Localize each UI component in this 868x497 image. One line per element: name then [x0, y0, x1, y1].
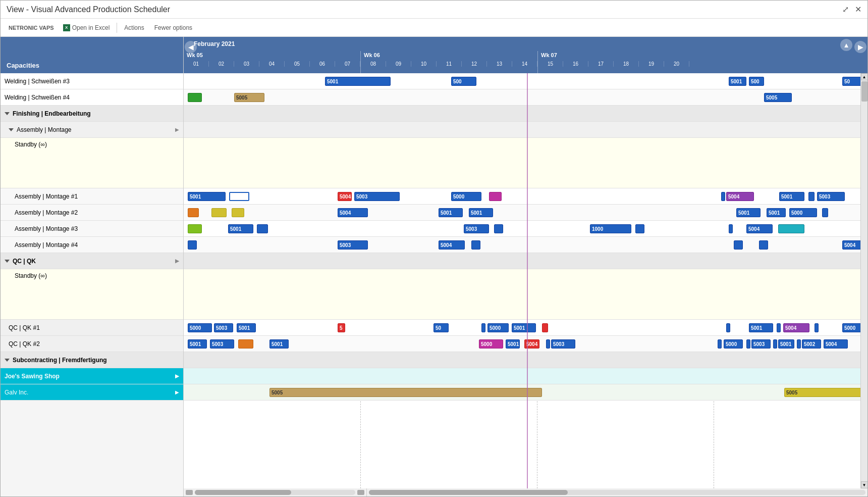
task-a4-blue-sm2[interactable] [471, 240, 480, 250]
bottom-scroll-thumb-left[interactable] [195, 490, 291, 495]
resource-row-joes[interactable]: Joe's Sawing Shop ▶ [1, 368, 183, 384]
task-galv-5005a[interactable]: 5005 [269, 388, 542, 397]
task-qc1-5004pur[interactable]: 5004 [783, 323, 809, 332]
task-a1-5003b[interactable]: 5003 [817, 192, 845, 201]
task-qc2-5001c[interactable]: 5001 [506, 339, 520, 349]
task-a4-dot[interactable] [734, 240, 743, 250]
resource-row-qc2[interactable]: QC | QK #2 [1, 336, 183, 352]
task-qc2-5003c[interactable]: 5003 [751, 339, 771, 349]
resource-row-assembly3[interactable]: Assembly | Montage #3 [1, 221, 183, 237]
task-a3-lime[interactable] [188, 224, 202, 233]
resource-row-assembly1[interactable]: Assembly | Montage #1 [1, 188, 183, 205]
task-a1-magenta[interactable] [489, 192, 502, 201]
task-qc1-dot2[interactable] [726, 323, 730, 332]
resource-row-assembly[interactable]: Assembly | Montage ▶ [1, 122, 183, 138]
task-qc1-red[interactable]: 5 [338, 323, 345, 332]
task-a2-5001d[interactable]: 5001 [767, 208, 786, 217]
task-qc2-5002[interactable]: 5002 [802, 339, 821, 349]
task-w3-5001b[interactable]: 5001 [729, 77, 746, 86]
task-a2-5001b[interactable]: 5001 [469, 208, 493, 217]
restore-icon[interactable]: ⤢ [842, 5, 849, 14]
resource-row-qc1[interactable]: QC | QK #1 [1, 320, 183, 336]
task-a3-1000[interactable]: 1000 [590, 224, 631, 233]
task-qc2-5004red[interactable]: 5004 [524, 339, 539, 349]
task-a2-yellow2[interactable] [232, 208, 244, 217]
task-qc1-5000[interactable]: 5000 [188, 323, 212, 332]
task-a1-white[interactable] [229, 192, 249, 201]
task-a1-blue-sm2[interactable] [808, 192, 815, 201]
scroll-thumb[interactable] [861, 81, 867, 102]
task-qc2-5000b[interactable]: 5000 [724, 339, 743, 349]
task-qc1-dot3[interactable] [777, 323, 781, 332]
task-qc1-5001a[interactable]: 5001 [237, 323, 256, 332]
task-a1-5004pur[interactable]: 5004 [726, 192, 754, 201]
bottom-scroll-thumb-right[interactable] [369, 490, 568, 495]
task-qc2-5004b[interactable]: 5004 [824, 339, 848, 349]
task-a1-5001b[interactable]: 5001 [779, 192, 804, 201]
task-w4-green[interactable] [188, 93, 202, 102]
task-qc2-orange[interactable] [238, 339, 253, 349]
task-qc1-dot4[interactable] [815, 323, 819, 332]
fewer-options-button[interactable]: Fewer options [149, 22, 197, 33]
task-qc2-5000mag[interactable]: 5000 [479, 339, 503, 349]
task-qc1-5001c[interactable]: 5001 [749, 323, 773, 332]
task-a1-5001[interactable]: 5001 [188, 192, 226, 201]
task-a3-5004[interactable]: 5004 [746, 224, 773, 233]
task-qc1-dot[interactable] [481, 323, 485, 332]
task-qc2-dot3[interactable] [746, 339, 750, 349]
task-a2-yellow1[interactable] [211, 208, 227, 217]
scroll-up-button[interactable]: ▲ [861, 73, 868, 80]
actions-button[interactable]: Actions [119, 22, 149, 33]
resource-row-galv[interactable]: Galv Inc. ▶ [1, 384, 183, 401]
task-qc1-5000c[interactable]: 5000 [842, 323, 860, 332]
resource-row-assembly2[interactable]: Assembly | Montage #2 [1, 205, 183, 221]
task-a3-blue-sm[interactable] [257, 224, 268, 233]
task-qc1-5001b[interactable]: 5001 [512, 323, 536, 332]
task-qc2-dot4[interactable] [773, 339, 777, 349]
task-a2-dot[interactable] [822, 208, 828, 217]
task-a4-5004[interactable]: 5004 [439, 240, 465, 250]
task-qc2-5001a[interactable]: 5001 [188, 339, 207, 349]
task-qc1-red2[interactable] [542, 323, 548, 332]
resource-row-assembly4[interactable]: Assembly | Montage #4 [1, 237, 183, 253]
task-w4-5005a[interactable]: 5005 [234, 93, 264, 102]
task-a4-dot2[interactable] [759, 240, 768, 250]
task-a1-5003[interactable]: 5003 [354, 192, 400, 201]
task-qc1-5000b[interactable]: 5000 [487, 323, 509, 332]
task-a2-5004[interactable]: 5004 [338, 208, 368, 217]
task-a3-5003[interactable]: 5003 [464, 224, 489, 233]
open-excel-button[interactable]: X Open in Excel [58, 22, 115, 33]
task-a4-blue-sm[interactable] [188, 240, 197, 250]
task-qc2-5003b[interactable]: 5003 [551, 339, 575, 349]
task-qc2-dot5[interactable] [797, 339, 801, 349]
task-a3-blue-sm2[interactable] [635, 224, 644, 233]
task-qc1-50[interactable]: 50 [433, 323, 449, 332]
task-w3-50[interactable]: 50 [842, 77, 860, 86]
task-w4-5005b[interactable]: 5005 [764, 93, 792, 102]
task-a2-orange[interactable] [188, 208, 199, 217]
task-galv-5005b[interactable]: 5005 [784, 388, 860, 397]
gantt-scroll-up-button[interactable]: ▲ [840, 39, 852, 51]
resource-row-finishing[interactable]: Finishing | Endbearbeitung [1, 106, 183, 122]
task-w3-5001a[interactable]: 5001 [325, 77, 391, 86]
close-icon[interactable]: ✕ [855, 5, 861, 14]
task-a3-cyan[interactable] [778, 224, 804, 233]
resource-row-qc[interactable]: QC | QK ▶ [1, 253, 183, 269]
task-a2-5000[interactable]: 5000 [789, 208, 817, 217]
bottom-scroll-left-btn[interactable] [186, 490, 193, 495]
task-qc1-5003[interactable]: 5003 [214, 323, 233, 332]
task-w3-500[interactable]: 500 [451, 77, 476, 86]
task-qc2-dot2[interactable] [718, 339, 722, 349]
task-qc2-dot[interactable] [546, 339, 550, 349]
resource-row-subcontracting[interactable]: Subcontracting | Fremdfertigung [1, 352, 183, 368]
task-a4-5003[interactable]: 5003 [338, 240, 368, 250]
task-a3-dot2[interactable] [729, 224, 733, 233]
resource-row-welding4[interactable]: Welding | Schweißen #4 [1, 89, 183, 106]
task-a4-5004b[interactable]: 5004 [842, 240, 860, 250]
gantt-nav-right-button[interactable]: ▶ [854, 41, 866, 53]
task-a1-5004red[interactable]: 5004 [338, 192, 352, 201]
bottom-scroll-right-btn[interactable] [357, 490, 364, 495]
scroll-down-button[interactable]: ▼ [861, 481, 868, 488]
resource-row-welding3[interactable]: Welding | Schweißen #3 [1, 73, 183, 89]
task-a1-5000[interactable]: 5000 [451, 192, 481, 201]
